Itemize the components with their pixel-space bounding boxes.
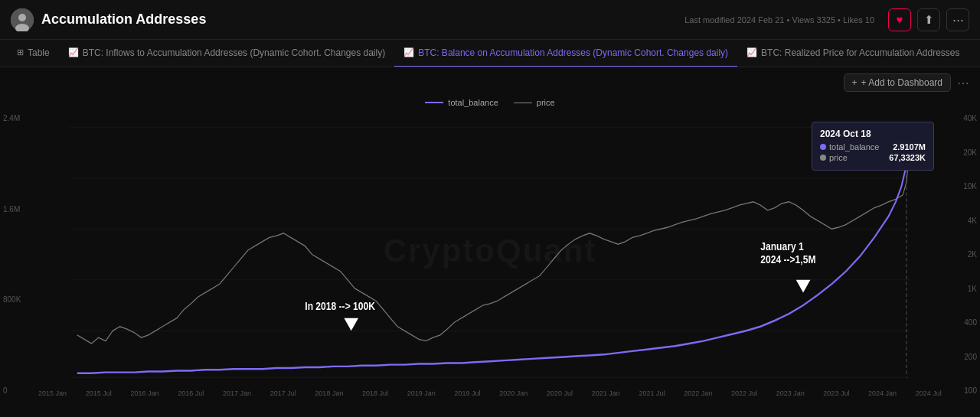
tab-bar: ⊞ Table 📈 BTC: Inflows to Accumulation A… <box>0 40 980 67</box>
tooltip-price-value: 67,3323K <box>889 153 926 162</box>
legend-total-balance: total_balance <box>425 98 498 107</box>
legend-price: price <box>514 98 555 107</box>
table-icon: ⊞ <box>17 47 24 57</box>
annotation-2018-text: In 2018 --> 100K <box>305 300 375 312</box>
add-dashboard-label: + Add to Dashboard <box>861 77 942 88</box>
x-label-2015jul: 2015 Jul <box>86 389 112 397</box>
inflows-chart-icon: 📈 <box>68 47 79 57</box>
balance-chart-icon: 📈 <box>403 47 414 57</box>
annotation-2024-line1: January 1 <box>760 240 804 252</box>
header-meta: Last modified 2024 Feb 21 • Views 3325 •… <box>684 15 874 24</box>
tab-table-label: Table <box>28 47 50 58</box>
x-label-2020jan: 2020 Jan <box>499 389 528 397</box>
tooltip-row-price: price 67,3323K <box>820 153 926 162</box>
x-label-2016jul: 2016 Jul <box>178 389 204 397</box>
x-label-2017jul: 2017 Jul <box>270 389 296 397</box>
tooltip-date: 2024 Oct 18 <box>820 129 926 139</box>
realized-chart-icon: 📈 <box>746 47 757 57</box>
x-label-2017jan: 2017 Jan <box>223 389 251 397</box>
tab-realized-label: BTC: Realized Price for Accumulation Add… <box>761 47 959 58</box>
tab-inflows[interactable]: 📈 BTC: Inflows to Accumulation Addresses… <box>59 40 395 67</box>
x-label-2021jul: 2021 Jul <box>639 389 665 397</box>
tab-table[interactable]: ⊞ Table <box>8 40 59 67</box>
x-label-2018jan: 2018 Jan <box>315 389 343 397</box>
tab-realized[interactable]: 📈 BTC: Realized Price for Accumulation A… <box>737 40 969 67</box>
more-options-button[interactable]: ⋯ <box>946 8 969 31</box>
x-label-2022jan: 2022 Jan <box>684 389 712 397</box>
chart-legend: total_balance price <box>0 98 980 107</box>
svg-point-1 <box>18 14 26 21</box>
x-label-2024jul: 2024 Jul <box>916 389 942 397</box>
tooltip-balance-value: 2.9107M <box>893 142 926 151</box>
x-label-2016jan: 2016 Jan <box>130 389 158 397</box>
x-axis: 2015 Jan 2015 Jul 2016 Jan 2016 Jul 2017… <box>0 388 980 399</box>
header-right: Last modified 2024 Feb 21 • Views 3325 •… <box>684 8 969 31</box>
x-label-2015jan: 2015 Jan <box>38 389 67 397</box>
total-balance-line-icon <box>425 102 443 103</box>
x-label-2020jul: 2020 Jul <box>547 389 573 397</box>
tab-balance-label: BTC: Balance on Accumulation Addresses (… <box>418 47 728 58</box>
x-label-2024jan: 2024 Jan <box>868 389 897 397</box>
chart-more-button[interactable]: ⋯ <box>957 76 969 90</box>
page-title: Accumulation Addresses <box>41 11 206 28</box>
price-line-icon <box>514 103 532 103</box>
legend-price-label: price <box>537 98 555 107</box>
tooltip-balance-label: total_balance <box>829 142 879 151</box>
legend-total-balance-label: total_balance <box>448 98 498 107</box>
tooltip: 2024 Oct 18 total_balance 2.9107M price … <box>812 122 934 171</box>
header-left: Accumulation Addresses <box>11 8 206 31</box>
x-label-2021jan: 2021 Jan <box>592 389 620 397</box>
add-dashboard-button[interactable]: + + Add to Dashboard <box>844 73 951 92</box>
chart-container: + + Add to Dashboard ⋯ total_balance pri… <box>0 67 980 417</box>
annotation-2018-arrow <box>344 318 358 331</box>
tooltip-row-balance: total_balance 2.9107M <box>820 142 926 151</box>
heart-button[interactable]: ♥ <box>888 8 911 31</box>
x-label-2022jul: 2022 Jul <box>731 389 757 397</box>
x-label-2019jul: 2019 Jul <box>455 389 481 397</box>
tooltip-price-dot <box>820 155 826 161</box>
x-label-2023jul: 2023 Jul <box>823 389 849 397</box>
x-label-2023jan: 2023 Jan <box>776 389 805 397</box>
tooltip-balance-dot <box>820 144 826 150</box>
chart-topbar: + + Add to Dashboard ⋯ <box>0 67 980 98</box>
chart-area[interactable]: CryptoQuant 2.4M 1.6M 800K 0 40K 20K 10K… <box>0 110 980 399</box>
tab-inflows-label: BTC: Inflows to Accumulation Addresses (… <box>83 47 386 58</box>
plus-icon: + <box>852 77 858 88</box>
tab-balance[interactable]: 📈 BTC: Balance on Accumulation Addresses… <box>394 40 737 67</box>
annotation-2024-arrow <box>796 280 811 293</box>
x-label-2019jan: 2019 Jan <box>407 389 436 397</box>
avatar <box>11 8 34 31</box>
x-label-2018jul: 2018 Jul <box>362 389 388 397</box>
header: Accumulation Addresses Last modified 202… <box>0 0 980 40</box>
tooltip-price-label: price <box>829 153 848 162</box>
share-button[interactable]: ⬆ <box>917 8 940 31</box>
annotation-2024-line2: 2024 -->1,5M <box>760 253 815 266</box>
